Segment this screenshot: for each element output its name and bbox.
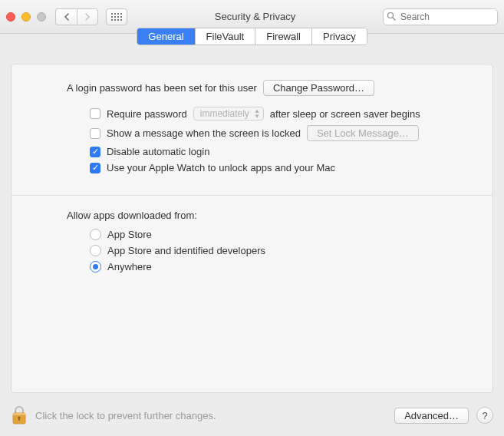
search-field-wrap	[383, 8, 498, 25]
options-list: Require password immediately ▲▼ after sl…	[90, 107, 479, 173]
show-message-label: Show a message when the screen is locked	[107, 127, 301, 139]
apple-watch-label: Use your Apple Watch to unlock apps and …	[107, 162, 335, 173]
window-controls	[6, 12, 46, 21]
require-password-after-label: after sleep or screen saver begins	[270, 108, 420, 120]
radio-anywhere-label: Anywhere	[107, 261, 152, 272]
svg-line-1	[393, 18, 395, 20]
set-lock-message-button: Set Lock Message…	[307, 125, 419, 141]
show-all-button[interactable]	[106, 8, 127, 25]
forward-button	[77, 8, 98, 25]
radio-app-store[interactable]	[90, 229, 101, 240]
radio-anywhere[interactable]	[90, 261, 101, 272]
close-window-button[interactable]	[6, 12, 15, 21]
content-area: General FileVault Firewall Privacy A log…	[0, 34, 504, 399]
nav-buttons	[55, 8, 98, 25]
radio-identified-label: App Store and identified developers	[107, 245, 265, 256]
tab-privacy[interactable]: Privacy	[312, 28, 367, 45]
require-password-row: Require password immediately ▲▼ after sl…	[90, 107, 479, 121]
disable-auto-login-checkbox[interactable]	[90, 147, 100, 157]
require-password-delay-popup: immediately ▲▼	[193, 107, 264, 121]
allow-apps-label: Allow apps downloaded from:	[67, 210, 479, 221]
zoom-window-button	[37, 12, 46, 21]
radio-anywhere-row: Anywhere	[90, 261, 479, 272]
chevron-updown-icon: ▲▼	[254, 108, 260, 119]
tab-general[interactable]: General	[137, 28, 195, 45]
apple-watch-row: Use your Apple Watch to unlock apps and …	[90, 162, 479, 173]
delay-value: immediately	[200, 108, 249, 119]
apple-watch-checkbox[interactable]	[90, 163, 100, 173]
minimize-window-button[interactable]	[21, 12, 31, 21]
allow-apps-radios: App Store App Store and identified devel…	[90, 229, 479, 272]
show-message-row: Show a message when the screen is locked…	[90, 125, 479, 141]
general-panel: A login password has been set for this u…	[11, 64, 493, 393]
preferences-window: Security & Privacy General FileVault Fir…	[0, 0, 504, 436]
require-password-checkbox[interactable]	[90, 108, 100, 119]
lock-text: Click the lock to prevent further change…	[35, 410, 387, 421]
radio-app-store-row: App Store	[90, 229, 479, 240]
svg-rect-5	[18, 418, 20, 421]
search-icon	[387, 12, 396, 23]
help-button[interactable]: ?	[476, 407, 493, 424]
search-input[interactable]	[383, 8, 498, 25]
show-message-checkbox[interactable]	[90, 128, 100, 139]
disable-auto-login-label: Disable automatic login	[107, 146, 209, 157]
change-password-button[interactable]: Change Password…	[263, 80, 374, 96]
lock-icon[interactable]	[11, 405, 28, 426]
window-title: Security & Privacy	[132, 11, 378, 22]
grid-icon	[111, 13, 122, 21]
advanced-button[interactable]: Advanced…	[394, 408, 469, 424]
tab-filevault[interactable]: FileVault	[196, 28, 256, 45]
require-password-label: Require password	[107, 108, 187, 120]
svg-rect-3	[13, 413, 25, 415]
back-button[interactable]	[55, 8, 77, 25]
radio-identified[interactable]	[90, 245, 101, 256]
tab-firewall[interactable]: Firewall	[255, 28, 312, 45]
separator	[12, 195, 492, 196]
radio-identified-row: App Store and identified developers	[90, 245, 479, 256]
footer: Click the lock to prevent further change…	[0, 399, 504, 436]
disable-auto-login-row: Disable automatic login	[90, 146, 479, 157]
login-password-label: A login password has been set for this u…	[67, 82, 257, 94]
radio-app-store-label: App Store	[107, 229, 152, 240]
svg-point-0	[388, 12, 394, 18]
login-password-row: A login password has been set for this u…	[67, 80, 479, 96]
tab-bar: General FileVault Firewall Privacy	[11, 28, 493, 45]
